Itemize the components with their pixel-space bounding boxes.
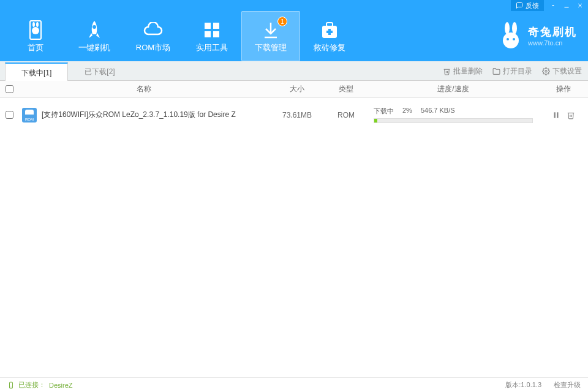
row-name: [支持160WIFI]乐众ROM LeZo_2.3.7_1.10.19版 for… [42, 110, 236, 120]
folder-icon [492, 67, 500, 75]
medkit-icon [320, 19, 339, 41]
gear-icon [542, 67, 550, 75]
grid-icon [203, 19, 221, 41]
svg-point-19 [512, 22, 517, 34]
minimize-button[interactable] [560, 0, 573, 11]
version-info: 版本:1.0.1.3 [505, 380, 541, 390]
brand: 奇兔刷机 www.7to.cn [499, 22, 577, 49]
nav-label: 首页 [28, 42, 43, 53]
minimize-icon [563, 2, 570, 9]
open-folder-label: 打开目录 [503, 66, 532, 77]
col-name: 名称 [18, 84, 270, 94]
progress-bar-fill [374, 119, 377, 123]
col-type: 类型 [325, 84, 368, 94]
open-folder-button[interactable]: 打开目录 [492, 66, 532, 77]
nav-label: ROM市场 [136, 42, 170, 53]
trash-icon [443, 67, 451, 75]
svg-point-20 [503, 32, 519, 48]
col-size: 大小 [270, 84, 325, 94]
connected-label: 已连接： [18, 380, 45, 390]
trash-icon [567, 111, 575, 119]
phone-icon [7, 382, 15, 389]
svg-point-7 [92, 25, 96, 29]
nav-label: 实用工具 [196, 42, 228, 53]
brand-title: 奇兔刷机 [528, 24, 577, 39]
nav-downloads[interactable]: 1 下载管理 [241, 11, 300, 61]
delete-button[interactable] [567, 111, 575, 119]
device-name: DesireZ [49, 382, 73, 389]
table-row: ROM [支持160WIFI]乐众ROM LeZo_2.3.7_1.10.19版… [0, 98, 588, 132]
svg-point-21 [507, 38, 509, 40]
col-progress: 进度/速度 [368, 84, 539, 94]
nav-label: 救砖修复 [314, 42, 345, 53]
download-settings-button[interactable]: 下载设置 [542, 66, 582, 77]
svg-point-22 [513, 38, 515, 40]
pause-button[interactable] [552, 111, 560, 119]
table-body: ROM [支持160WIFI]乐众ROM LeZo_2.3.7_1.10.19版… [0, 98, 588, 379]
table-header: 名称 大小 类型 进度/速度 操作 [0, 81, 588, 98]
close-icon [576, 2, 584, 9]
nav-label: 下载管理 [255, 42, 287, 53]
svg-point-18 [505, 22, 510, 34]
svg-rect-15 [326, 23, 333, 26]
svg-rect-17 [326, 31, 333, 33]
nav-rom-market[interactable]: ROM市场 [124, 11, 183, 61]
chevron-down-icon [550, 2, 556, 9]
row-checkbox[interactable] [6, 111, 13, 119]
progress-status: 下载中 [374, 107, 394, 116]
row-type: ROM [325, 111, 368, 119]
svg-rect-25 [557, 112, 558, 118]
col-action: 操作 [539, 84, 588, 94]
svg-point-5 [36, 22, 39, 27]
nav-flash[interactable]: 一键刷机 [65, 11, 124, 61]
toolbar-actions: 批量删除 打开目录 下载设置 [443, 61, 582, 81]
svg-rect-10 [205, 31, 211, 37]
feedback-label: 反馈 [526, 1, 539, 10]
batch-delete-button[interactable]: 批量删除 [443, 66, 483, 77]
pause-icon [552, 111, 560, 119]
dropdown-button[interactable] [546, 0, 560, 11]
nav-tools[interactable]: 实用工具 [183, 11, 241, 61]
batch-delete-label: 批量删除 [453, 66, 483, 77]
svg-rect-9 [213, 23, 219, 29]
svg-point-4 [32, 22, 35, 27]
statusbar: 已连接： DesireZ 版本:1.0.1.3 检查升级 [0, 377, 588, 392]
feedback-button[interactable]: 反馈 [511, 0, 544, 12]
nav-rescue[interactable]: 救砖修复 [300, 11, 359, 61]
header: 首页 一键刷机 ROM市场 实用工具 1 下载管理 [0, 11, 588, 61]
nav: 首页 一键刷机 ROM市场 实用工具 1 下载管理 [0, 11, 359, 61]
speech-icon [516, 2, 523, 9]
brand-logo-icon [499, 22, 523, 49]
tab-downloading[interactable]: 下载中[1] [5, 62, 68, 81]
svg-rect-8 [205, 23, 211, 29]
svg-rect-24 [554, 112, 556, 118]
progress-wrap: 下载中 2% 546.7 KB/S [368, 107, 539, 123]
titlebar: 反馈 [0, 0, 588, 11]
cloud-icon [142, 19, 164, 41]
svg-rect-11 [213, 31, 219, 37]
row-size: 73.61MB [270, 111, 325, 119]
rabbit-icon [26, 19, 45, 41]
badge: 1 [277, 17, 287, 26]
nav-home[interactable]: 首页 [6, 11, 65, 61]
check-update-button[interactable]: 检查升级 [554, 380, 581, 390]
download-settings-label: 下载设置 [552, 66, 582, 77]
nav-label: 一键刷机 [78, 42, 110, 53]
rom-file-icon: ROM [22, 108, 37, 123]
brand-url: www.7to.cn [528, 39, 577, 47]
progress-bar [374, 118, 533, 123]
close-button[interactable] [573, 0, 587, 11]
tab-downloaded[interactable]: 已下载[2] [68, 62, 131, 80]
tabs-row: 下载中[1] 已下载[2] 批量删除 打开目录 下载设置 [0, 61, 588, 81]
svg-point-23 [545, 70, 547, 72]
select-all-checkbox[interactable] [6, 85, 13, 93]
progress-percent: 2% [402, 107, 412, 116]
status-connection: 已连接： DesireZ [7, 380, 73, 390]
progress-speed: 546.7 KB/S [421, 107, 455, 116]
svg-point-6 [32, 27, 39, 34]
rocket-icon [85, 19, 104, 41]
